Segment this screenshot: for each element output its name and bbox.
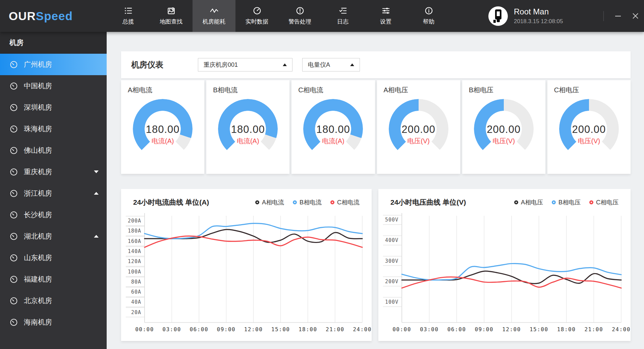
room-gauge-icon: [9, 318, 18, 327]
svg-text:60A: 60A: [131, 289, 141, 295]
svg-text:00:00: 00:00: [135, 326, 154, 333]
room-gauge-icon: [9, 211, 18, 219]
sidebar-item-3[interactable]: 深圳机房: [0, 97, 107, 118]
svg-text:160A: 160A: [128, 238, 141, 244]
nav-tab-6[interactable]: 日志: [321, 0, 364, 32]
nav-tab-8[interactable]: 帮助: [407, 0, 450, 32]
legend-item[interactable]: C相电压: [589, 198, 619, 206]
panel-title: 机房仪表: [131, 51, 163, 78]
chart-title: 24小时电压曲线 单位(V): [390, 198, 466, 207]
sidebar-item-13[interactable]: 海南机房: [0, 311, 107, 333]
sidebar-item-10[interactable]: 山东机房: [0, 247, 107, 268]
chevron-up-icon: [94, 192, 99, 195]
close-button[interactable]: [627, 0, 644, 32]
legend-ring-icon: [330, 200, 334, 204]
gauge-title: C相电流: [298, 86, 323, 95]
legend-item[interactable]: B相电压: [552, 198, 581, 206]
nav-tab-label: 总揽: [122, 18, 134, 26]
minimize-button[interactable]: [609, 0, 627, 32]
legend-item[interactable]: A相电压: [514, 198, 543, 206]
chart-canvas[interactable]: 500V400V300V200V100V00:0003:0006:0009:00…: [378, 208, 631, 336]
svg-text:15:00: 15:00: [530, 326, 548, 333]
svg-text:18:00: 18:00: [557, 326, 576, 333]
svg-text:120A: 120A: [128, 258, 141, 264]
datetime: 2018.3.15 12:08:05: [514, 18, 563, 25]
sidebar-item-8[interactable]: 长沙机房: [0, 204, 107, 226]
room-gauge-icon: [9, 168, 18, 176]
legend-ring-icon: [255, 200, 259, 204]
svg-text:12:00: 12:00: [502, 326, 521, 333]
svg-text:80A: 80A: [131, 279, 141, 285]
svg-text:15:00: 15:00: [271, 326, 290, 333]
user-name: Root Man: [514, 7, 563, 16]
sidebar-item-2[interactable]: 中国机房: [0, 75, 107, 97]
gauge-card-3: C相电流180.00电流(A): [291, 80, 375, 174]
legend-item[interactable]: A相电流: [255, 198, 284, 206]
legend-item[interactable]: C相电流: [330, 198, 360, 206]
sidebar-item-11[interactable]: 福建机房: [0, 268, 107, 290]
room-gauge-icon: [9, 125, 18, 133]
nav-tab-7[interactable]: 设置: [364, 0, 407, 32]
svg-text:09:00: 09:00: [217, 326, 236, 333]
gauge-title: C相电压: [554, 86, 579, 95]
room-gauge-icon: [9, 103, 18, 112]
sidebar-title: 机房: [0, 32, 107, 54]
avatar[interactable]: [488, 6, 508, 26]
sidebar-item-label: 深圳机房: [24, 103, 52, 112]
svg-text:00:00: 00:00: [392, 326, 411, 333]
svg-text:21:00: 21:00: [584, 326, 603, 333]
room-select[interactable]: 重庆机房001: [198, 58, 292, 71]
nav-tab-1[interactable]: 总揽: [107, 0, 150, 32]
sidebar-item-4[interactable]: 珠海机房: [0, 118, 107, 140]
meter-select-value: 电量仪A: [308, 61, 330, 69]
gauge-card-2: B相电流180.00电流(A): [206, 80, 289, 174]
svg-text:03:00: 03:00: [420, 326, 439, 333]
legend-label: C相电压: [596, 198, 619, 206]
nav-tab-5[interactable]: 警告处理: [278, 0, 321, 32]
sidebar: 机房 广州机房中国机房深圳机房珠海机房佛山机房重庆机房浙江机房长沙机房湖北机房山…: [0, 32, 107, 349]
gauge-unit-label: 电压(V): [492, 137, 515, 146]
svg-text:500V: 500V: [385, 217, 398, 223]
sidebar-item-1[interactable]: 广州机房: [0, 54, 107, 75]
legend-item[interactable]: B相电流: [293, 198, 322, 206]
nav-tab-3[interactable]: 机房能耗: [193, 0, 235, 32]
user-block: Root Man 2018.3.15 12:08:05: [488, 0, 563, 32]
svg-text:24:00: 24:00: [612, 326, 631, 333]
meter-select[interactable]: 电量仪A: [302, 58, 360, 71]
sidebar-item-label: 北京机房: [24, 296, 52, 305]
svg-text:12:00: 12:00: [244, 326, 263, 333]
chart-canvas[interactable]: 200A180A160A140A120A100A80A60A40A20A00:0…: [121, 208, 372, 336]
gauge-unit-label: 电流(A): [237, 137, 259, 146]
nav-tab-4[interactable]: 实时数据: [235, 0, 278, 32]
sidebar-item-5[interactable]: 佛山机房: [0, 140, 107, 161]
svg-text:06:00: 06:00: [190, 326, 208, 333]
room-gauge-icon: [9, 82, 18, 90]
sidebar-item-9[interactable]: 湖北机房: [0, 226, 107, 247]
gauge-dial: 180.00电流(A): [218, 99, 278, 159]
app-logo: OURSpeed: [9, 0, 73, 32]
svg-text:100A: 100A: [128, 269, 141, 275]
svg-text:20A: 20A: [131, 309, 141, 315]
svg-text:03:00: 03:00: [162, 326, 181, 333]
gauge-value: 180.00: [231, 123, 265, 136]
gauge-title: A相电流: [128, 86, 152, 95]
gauge-unit-label: 电压(V): [578, 137, 600, 146]
gauge-card-6: C相电压200.00电压(V): [547, 80, 631, 174]
sidebar-item-7[interactable]: 浙江机房: [0, 183, 107, 204]
sidebar-item-label: 广州机房: [24, 60, 52, 69]
sidebar-item-12[interactable]: 北京机房: [0, 290, 107, 311]
legend-label: A相电压: [521, 198, 543, 206]
sidebar-item-label: 重庆机房: [24, 167, 52, 177]
nav-tab-label: 日志: [337, 18, 348, 26]
svg-text:06:00: 06:00: [447, 326, 466, 333]
sidebar-item-6[interactable]: 重庆机房: [0, 161, 107, 183]
svg-text:200A: 200A: [128, 218, 141, 224]
nav-tab-2[interactable]: 地图查找: [150, 0, 193, 32]
legend-ring-icon: [589, 200, 593, 204]
sidebar-item-label: 福建机房: [24, 275, 52, 284]
chevron-up-icon: [94, 235, 99, 238]
gauge-dial: 180.00电流(A): [133, 99, 193, 159]
title-bar: OURSpeed 总揽地图查找机房能耗实时数据警告处理日志设置帮助 Root M…: [0, 0, 644, 32]
brand-our: OUR: [9, 9, 36, 23]
chart-legend: A相电压B相电压C相电压: [514, 198, 619, 206]
